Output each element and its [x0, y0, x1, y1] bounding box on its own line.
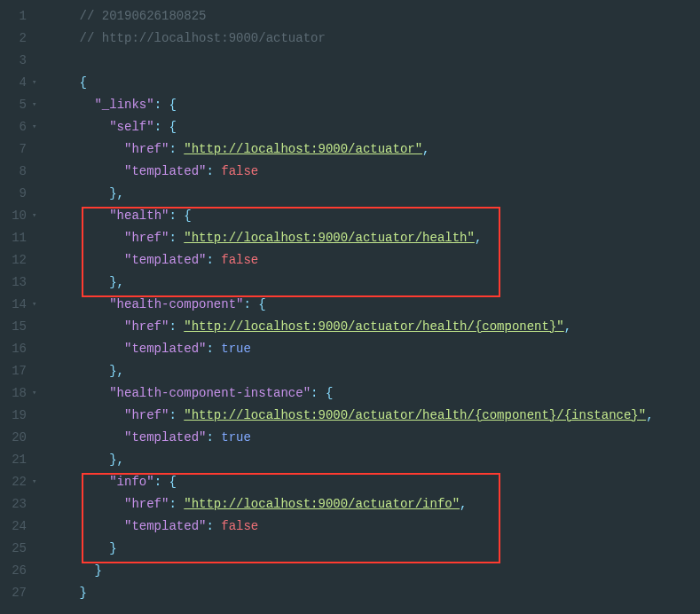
line-number: 26 [0, 560, 32, 582]
line-number: 2 [0, 28, 32, 50]
json-key: "templated" [124, 430, 206, 445]
comment: // 20190626180825 [80, 9, 207, 23]
code-line: 21 }, [0, 449, 700, 471]
line-number: 18 [0, 382, 32, 405]
json-key: "templated" [124, 519, 206, 533]
line-number: 21 [0, 449, 32, 471]
code-line: 23 "href": "http://localhost:9000/actuat… [0, 493, 700, 516]
brace: }, [109, 275, 124, 289]
code-line: 12 "templated": false [0, 249, 700, 272]
line-number: 9 [0, 183, 32, 205]
code-line: 11 "href": "http://localhost:9000/actuat… [0, 227, 700, 249]
code-line: 18 ▾ "health-component-instance": { [0, 382, 700, 405]
line-number: 27 [0, 582, 32, 604]
code-line: 15 "href": "http://localhost:9000/actuat… [0, 316, 700, 338]
fold-icon[interactable]: ▾ [32, 382, 44, 405]
brace: } [80, 586, 87, 600]
code-line: 20 "templated": true [0, 427, 700, 449]
code-line: 14 ▾ "health-component": { [0, 294, 700, 316]
code-line: 16 "templated": true [0, 338, 700, 360]
code-line: 10 ▾ "health": { [0, 205, 700, 227]
line-number: 19 [0, 405, 32, 427]
fold-icon[interactable]: ▾ [32, 116, 44, 138]
line-number: 12 [0, 249, 32, 272]
line-number: 24 [0, 516, 32, 538]
code-line: 22 ▾ "info": { [0, 471, 700, 493]
line-number: 5 [0, 94, 32, 116]
line-number: 16 [0, 338, 32, 360]
json-bool: true [221, 430, 251, 445]
url-link[interactable]: "http://localhost:9000/actuator/info" [184, 497, 460, 511]
code-line: 26 } [0, 560, 700, 582]
fold-icon[interactable]: ▾ [32, 471, 44, 493]
json-key: "href" [124, 497, 169, 511]
line-number: 14 [0, 294, 32, 316]
brace: }, [109, 364, 124, 378]
line-number: 25 [0, 538, 32, 560]
line-number: 8 [0, 161, 32, 183]
json-key: "info" [109, 475, 153, 489]
line-number: 7 [0, 138, 32, 161]
line-number: 1 [0, 5, 32, 28]
line-number: 15 [0, 316, 32, 338]
line-number: 13 [0, 272, 32, 294]
code-line: 6 ▾ "self": { [0, 116, 700, 138]
json-key: "health-component-instance" [109, 386, 311, 400]
code-editor[interactable]: 1 // 20190626180825 2 // http://localhos… [0, 0, 700, 610]
url-link[interactable]: "http://localhost:9000/actuator/health/{… [184, 408, 646, 422]
url-link[interactable]: "http://localhost:9000/actuator/health/{… [184, 319, 563, 334]
json-key: "_links" [94, 98, 153, 112]
json-bool: false [221, 164, 258, 178]
code-line: 1 // 20190626180825 [0, 5, 700, 28]
fold-icon[interactable]: ▾ [32, 72, 44, 94]
fold-icon[interactable]: ▾ [32, 94, 44, 116]
code-line: 27 } [0, 582, 700, 604]
code-line: 9 }, [0, 183, 700, 205]
code-line: 19 "href": "http://localhost:9000/actuat… [0, 405, 700, 427]
code-line: 7 "href": "http://localhost:9000/actuato… [0, 138, 700, 161]
code-line: 3 [0, 50, 700, 72]
json-key: "href" [124, 319, 169, 334]
url-link[interactable]: "http://localhost:9000/actuator/health" [184, 231, 475, 245]
code-line: 13 }, [0, 272, 700, 294]
line-number: 10 [0, 205, 32, 227]
code-line: 5 ▾ "_links": { [0, 94, 700, 116]
json-key: "health-component" [109, 297, 243, 311]
comment: // http://localhost:9000/actuator [80, 31, 326, 45]
line-number: 22 [0, 471, 32, 493]
line-number: 11 [0, 227, 32, 249]
json-key: "health" [109, 209, 169, 223]
brace: } [109, 541, 116, 555]
brace: { [80, 75, 87, 90]
brace: }, [109, 453, 124, 467]
line-number: 6 [0, 116, 32, 138]
json-key: "templated" [124, 342, 206, 356]
line-number: 23 [0, 493, 32, 516]
fold-icon[interactable]: ▾ [32, 205, 44, 227]
json-key: "self" [109, 120, 153, 134]
json-key: "templated" [124, 164, 206, 178]
url-link[interactable]: "http://localhost:9000/actuator" [184, 142, 422, 156]
json-bool: false [221, 519, 258, 533]
code-line: 2 // http://localhost:9000/actuator [0, 28, 700, 50]
json-key: "href" [124, 142, 169, 156]
line-number: 3 [0, 50, 32, 72]
code-line: 25 } [0, 538, 700, 560]
json-bool: false [221, 253, 258, 267]
code-line: 17 }, [0, 360, 700, 382]
json-key: "href" [124, 231, 169, 245]
line-number: 4 [0, 72, 32, 94]
json-key: "href" [124, 408, 169, 422]
json-key: "templated" [124, 253, 206, 267]
json-bool: true [221, 342, 251, 356]
line-number: 17 [0, 360, 32, 382]
code-line: 8 "templated": false [0, 161, 700, 183]
brace: }, [109, 186, 124, 201]
brace: } [94, 563, 101, 578]
line-number: 20 [0, 427, 32, 449]
code-line: 24 "templated": false [0, 516, 700, 538]
code-line: 4 ▾ { [0, 72, 700, 94]
fold-icon[interactable]: ▾ [32, 294, 44, 316]
